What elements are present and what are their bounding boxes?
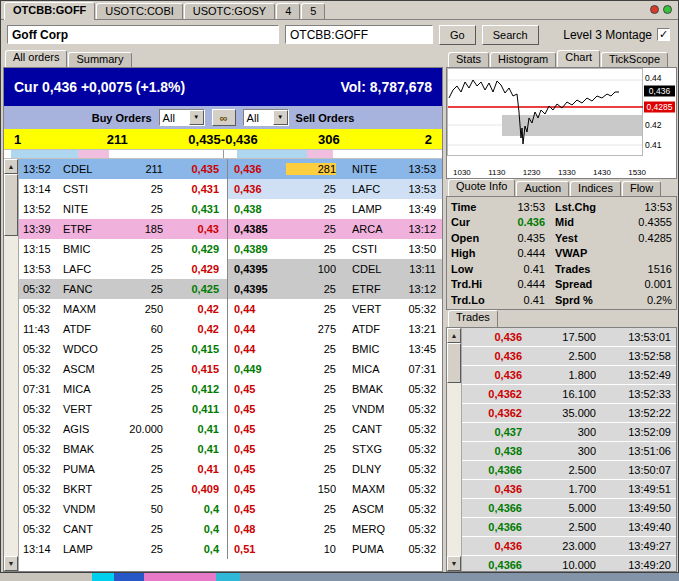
order-book-row[interactable]: 13:53LAFC250,4290,4395100CDEL13:11 <box>19 259 442 279</box>
buy-order[interactable]: 13:53LAFC250,429 <box>19 259 227 279</box>
tab-5[interactable]: 5 <box>301 3 325 19</box>
tab-trades[interactable]: Trades <box>448 310 498 327</box>
chevron-down-icon[interactable]: ▼ <box>273 110 288 125</box>
trade-row[interactable]: 0,436610.00013:49:20 <box>462 556 676 571</box>
book-scrollbar[interactable]: ▲ ▼ <box>4 159 19 571</box>
chevron-down-icon[interactable]: ▼ <box>189 110 204 125</box>
sell-order[interactable]: 0,4525CANT05:32 <box>227 419 442 439</box>
order-book-row[interactable]: 05:32BMAK250,410,4525STXG05:32 <box>19 439 442 459</box>
trade-row[interactable]: 0,43665.00013:49:50 <box>462 499 676 518</box>
buy-order[interactable]: 13:52CDEL2110,435 <box>19 159 227 179</box>
sell-order[interactable]: 0,4525DLNY05:32 <box>227 459 442 479</box>
buy-order[interactable]: 05:32AGIS20.0000,41 <box>19 419 227 439</box>
buy-order[interactable]: 05:32CANT250,4 <box>19 519 227 539</box>
tab-flow[interactable]: Flow <box>622 181 661 196</box>
order-book-row[interactable]: 05:32CANT250,40,4825MERQ05:32 <box>19 519 442 539</box>
sell-order[interactable]: 0,5110PUMA05:32 <box>227 539 442 559</box>
order-book-row[interactable]: 05:32PUMA250,410,4525DLNY05:32 <box>19 459 442 479</box>
sell-order[interactable]: 0,438925CSTI13:50 <box>227 239 442 259</box>
sell-order[interactable]: 0,439525ETRF13:12 <box>227 279 442 299</box>
order-book-row[interactable]: 05:32VERT250,4110,4525VNDM05:32 <box>19 399 442 419</box>
sell-order[interactable]: 0,4525ASCM05:32 <box>227 499 442 519</box>
sell-order[interactable]: 0,4525STXG05:32 <box>227 439 442 459</box>
sell-order[interactable]: 0,45150MAXM05:32 <box>227 479 442 499</box>
sell-order[interactable]: 0,4825MERQ05:32 <box>227 519 442 539</box>
buy-orders-filter-select[interactable]: All ▼ <box>159 109 205 126</box>
buy-order[interactable]: 05:32FANC250,425 <box>19 279 227 299</box>
buy-order[interactable]: 05:32ASCM250,415 <box>19 359 227 379</box>
trade-row[interactable]: 0,436216.10013:52:33 <box>462 385 676 404</box>
order-book-row[interactable]: 13:52NITE250,4310,43825LAMP13:49 <box>19 199 442 219</box>
sell-order[interactable]: 0,438525ARCA13:12 <box>227 219 442 239</box>
sell-order[interactable]: 0,44275ATDF13:21 <box>227 319 442 339</box>
order-book-row[interactable]: 05:32BKRT250,4090,45150MAXM05:32 <box>19 479 442 499</box>
order-book-row[interactable]: 13:52CDEL2110,4350,436281NITE13:53 <box>19 159 442 179</box>
sell-order[interactable]: 0,4425VERT05:32 <box>227 299 442 319</box>
tab-tickscope[interactable]: TickScope <box>601 52 668 67</box>
trade-row[interactable]: 0,4362.50013:52:58 <box>462 347 676 366</box>
sell-order[interactable]: 0,43625LAFC13:53 <box>227 179 442 199</box>
company-name-field[interactable]: Goff Corp <box>7 25 279 44</box>
tab-all-orders[interactable]: All orders <box>5 50 67 67</box>
trade-row[interactable]: 0,43662.50013:49:40 <box>462 518 676 537</box>
book-scrollbar-thumb[interactable] <box>4 174 18 236</box>
tab-stats[interactable]: Stats <box>448 52 489 67</box>
buy-order[interactable]: 07:31MICA250,412 <box>19 379 227 399</box>
sell-order[interactable]: 0,436281NITE13:53 <box>227 159 442 179</box>
tab-chart[interactable]: Chart <box>557 50 600 67</box>
order-book-row[interactable]: 05:32VNDM500,40,4525ASCM05:32 <box>19 499 442 519</box>
level3-montage-checkbox[interactable]: ✓ <box>657 28 670 41</box>
scroll-down-icon[interactable]: ▼ <box>447 556 461 571</box>
order-book-row[interactable]: 05:32FANC250,4250,439525ETRF13:12 <box>19 279 442 299</box>
buy-order[interactable]: 05:32VERT250,411 <box>19 399 227 419</box>
trade-row[interactable]: 0,4361.80013:52:49 <box>462 366 676 385</box>
tab-quote-info[interactable]: Quote Info <box>448 179 515 196</box>
scroll-up-icon[interactable]: ▲ <box>4 159 18 174</box>
trades-scrollbar-track[interactable] <box>447 383 461 556</box>
trades-scrollbar-thumb[interactable] <box>447 343 461 383</box>
buy-order[interactable]: 05:32VNDM500,4 <box>19 499 227 519</box>
close-icon[interactable] <box>650 5 659 14</box>
tab-4[interactable]: 4 <box>276 3 300 19</box>
order-book-row[interactable]: 11:43ATDF600,420,44275ATDF13:21 <box>19 319 442 339</box>
trade-row[interactable]: 0,43730013:52:09 <box>462 423 676 442</box>
tab-summary[interactable]: Summary <box>68 52 131 67</box>
tab-indices[interactable]: Indices <box>570 181 621 196</box>
buy-order[interactable]: 05:32BMAK250,41 <box>19 439 227 459</box>
buy-order[interactable]: 11:43ATDF600,42 <box>19 319 227 339</box>
sell-order[interactable]: 0,4395100CDEL13:11 <box>227 259 442 279</box>
order-book-row[interactable]: 13:14LAMP250,40,5110PUMA05:32 <box>19 539 442 559</box>
trade-row[interactable]: 0,43617.50013:53:01 <box>462 328 676 347</box>
order-book-row[interactable]: 07:31MICA250,4120,4525BMAK05:32 <box>19 379 442 399</box>
link-filters-button[interactable]: ∞ <box>212 109 236 126</box>
order-book-row[interactable]: 13:39ETRF1850,430,438525ARCA13:12 <box>19 219 442 239</box>
symbol-input[interactable]: OTCBB:GOFF <box>285 25 433 44</box>
buy-order[interactable]: 13:52NITE250,431 <box>19 199 227 219</box>
maximize-icon[interactable] <box>663 5 672 14</box>
buy-order[interactable]: 13:14LAMP250,4 <box>19 539 227 559</box>
order-book-row[interactable]: 05:32WDCO250,4150,4425BMIC13:45 <box>19 339 442 359</box>
tab-usotc-gosy[interactable]: USOTC:GOSY <box>184 3 275 19</box>
trades-scrollbar[interactable]: ▲ ▼ <box>447 328 462 571</box>
buy-order[interactable]: 05:32WDCO250,415 <box>19 339 227 359</box>
buy-order[interactable]: 13:15BMIC250,429 <box>19 239 227 259</box>
trade-row[interactable]: 0,43623.00013:49:27 <box>462 537 676 556</box>
trade-row[interactable]: 0,4361.70013:49:51 <box>462 480 676 499</box>
tab-otcbb-goff[interactable]: OTCBB:GOFF <box>4 2 95 20</box>
book-scrollbar-track[interactable] <box>4 236 18 556</box>
tab-auction[interactable]: Auction <box>516 181 569 196</box>
trade-row[interactable]: 0,43830013:51:06 <box>462 442 676 461</box>
scroll-up-icon[interactable]: ▲ <box>447 328 461 343</box>
tab-histogram[interactable]: Histogram <box>490 52 556 67</box>
tab-usotc-cobi[interactable]: USOTC:COBI <box>96 3 182 19</box>
trade-row[interactable]: 0,43662.50013:50:07 <box>462 461 676 480</box>
buy-order[interactable]: 13:39ETRF1850,43 <box>19 219 227 239</box>
go-button[interactable]: Go <box>439 25 476 45</box>
order-book-row[interactable]: 05:32AGIS20.0000,410,4525CANT05:32 <box>19 419 442 439</box>
order-book-row[interactable]: 05:32MAXM2500,420,4425VERT05:32 <box>19 299 442 319</box>
sell-order[interactable]: 0,44925MICA07:31 <box>227 359 442 379</box>
buy-order[interactable]: 05:32BKRT250,409 <box>19 479 227 499</box>
trade-row[interactable]: 0,436235.00013:52:22 <box>462 404 676 423</box>
order-book-row[interactable]: 13:15BMIC250,4290,438925CSTI13:50 <box>19 239 442 259</box>
sell-order[interactable]: 0,43825LAMP13:49 <box>227 199 442 219</box>
